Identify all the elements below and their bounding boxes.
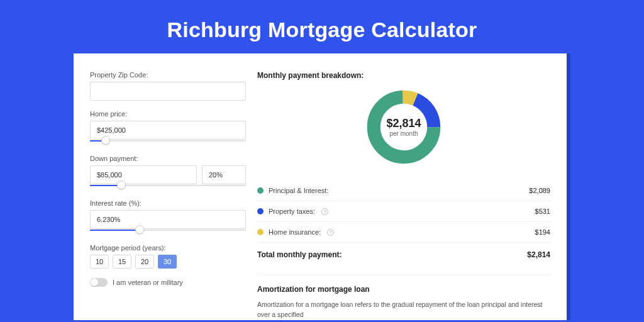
period-button-10[interactable]: 10: [90, 255, 109, 269]
legend-value: $2,089: [529, 187, 550, 194]
calculator-panel: Property Zip Code: Home price: Down paym…: [74, 53, 567, 320]
total-label: Total monthly payment:: [257, 250, 341, 259]
legend-name: Home insurance:: [269, 228, 321, 236]
zip-input[interactable]: [90, 82, 246, 101]
period-group: Mortgage period (years): 10152030: [90, 244, 246, 269]
total-value: $2,814: [527, 250, 550, 259]
period-button-20[interactable]: 20: [135, 255, 154, 269]
zip-label: Property Zip Code:: [90, 71, 246, 79]
zip-group: Property Zip Code:: [90, 71, 246, 101]
veteran-label: I am veteran or military: [113, 279, 183, 286]
total-row: Total monthly payment: $2,814: [257, 243, 550, 269]
payment-donut-chart: $2,814 per month: [257, 87, 550, 167]
interest-label: Interest rate (%):: [90, 199, 246, 207]
interest-slider[interactable]: [90, 228, 246, 235]
breakdown-header: Monthly payment breakdown:: [257, 71, 550, 80]
legend-row: Property taxes:?$531: [257, 201, 550, 222]
interest-group: Interest rate (%):: [90, 199, 246, 235]
period-button-15[interactable]: 15: [113, 255, 131, 269]
period-label: Mortgage period (years):: [90, 244, 246, 252]
period-button-30[interactable]: 30: [158, 255, 177, 269]
input-column: Property Zip Code: Home price: Down paym…: [90, 71, 246, 320]
legend-dot-icon: [257, 208, 264, 214]
results-column: Monthly payment breakdown: $2,814 per mo…: [246, 71, 550, 320]
legend-name: Property taxes:: [269, 208, 315, 215]
slider-thumb[interactable]: [135, 225, 144, 234]
period-buttons: 10152030: [90, 255, 246, 269]
veteran-row: I am veteran or military: [90, 278, 246, 287]
down-payment-label: Down payment:: [90, 155, 246, 162]
donut-sub: per month: [386, 130, 421, 137]
info-icon[interactable]: ?: [327, 229, 334, 236]
legend-list: Principal & Interest:$2,089Property taxe…: [257, 180, 550, 243]
legend-name: Principal & Interest:: [269, 187, 328, 194]
donut-amount: $2,814: [386, 117, 421, 130]
page-title: Richburg Mortgage Calculator: [0, 0, 644, 53]
legend-value: $194: [535, 228, 550, 236]
interest-input[interactable]: [90, 210, 246, 229]
down-payment-input[interactable]: [90, 165, 197, 184]
down-payment-slider[interactable]: [90, 184, 246, 190]
slider-thumb[interactable]: [117, 180, 126, 189]
home-price-group: Home price:: [90, 110, 246, 145]
legend-value: $531: [535, 208, 550, 215]
slider-thumb[interactable]: [101, 136, 110, 145]
veteran-toggle[interactable]: [90, 278, 108, 287]
legend-row: Home insurance:?$194: [257, 222, 550, 243]
donut-center: $2,814 per month: [386, 117, 421, 137]
amortization-body: Amortization for a mortgage loan refers …: [257, 300, 550, 320]
legend-dot-icon: [257, 187, 264, 194]
info-icon[interactable]: ?: [321, 208, 328, 215]
legend-row: Principal & Interest:$2,089: [257, 180, 550, 201]
home-price-slider[interactable]: [90, 139, 246, 145]
down-payment-group: Down payment:: [90, 155, 246, 190]
down-payment-pct-input[interactable]: [202, 165, 246, 184]
home-price-label: Home price:: [90, 110, 246, 118]
home-price-input[interactable]: [90, 121, 246, 140]
panel-shadow: Property Zip Code: Home price: Down paym…: [74, 53, 570, 320]
legend-dot-icon: [257, 229, 264, 235]
amortization-header: Amortization for mortgage loan: [257, 274, 550, 294]
